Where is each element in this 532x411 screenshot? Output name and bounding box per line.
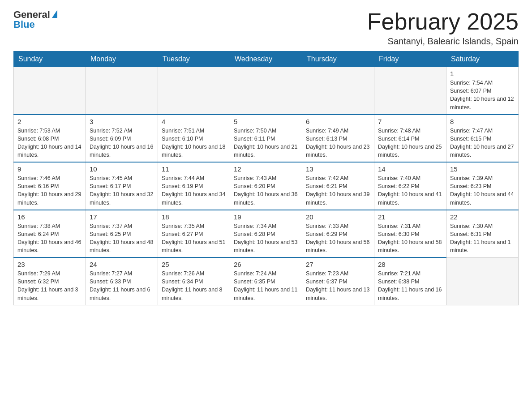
calendar-cell [374, 67, 446, 115]
day-info: Sunrise: 7:53 AMSunset: 6:08 PMDaylight:… [17, 127, 82, 159]
calendar-cell: 6Sunrise: 7:49 AMSunset: 6:13 PMDaylight… [302, 115, 374, 163]
day-number: 24 [90, 261, 154, 268]
day-info: Sunrise: 7:47 AMSunset: 6:15 PMDaylight:… [450, 127, 515, 159]
calendar-cell: 15Sunrise: 7:39 AMSunset: 6:23 PMDayligh… [446, 162, 519, 210]
day-number: 10 [90, 165, 154, 173]
day-info: Sunrise: 7:46 AMSunset: 6:16 PMDaylight:… [17, 174, 82, 207]
location-subtitle: Santanyi, Balearic Islands, Spain [367, 36, 519, 47]
day-info: Sunrise: 7:30 AMSunset: 6:31 PMDaylight:… [450, 222, 515, 255]
day-info: Sunrise: 7:26 AMSunset: 6:34 PMDaylight:… [162, 270, 226, 302]
day-number: 7 [378, 118, 442, 125]
calendar-cell [14, 67, 86, 115]
day-number: 22 [450, 213, 515, 221]
day-info: Sunrise: 7:29 AMSunset: 6:32 PMDaylight:… [17, 270, 82, 302]
calendar-cell: 20Sunrise: 7:33 AMSunset: 6:29 PMDayligh… [302, 210, 374, 258]
calendar-cell: 14Sunrise: 7:40 AMSunset: 6:22 PMDayligh… [374, 162, 446, 210]
day-number: 9 [17, 165, 82, 173]
calendar-cell: 2Sunrise: 7:53 AMSunset: 6:08 PMDaylight… [14, 115, 86, 163]
calendar-cell: 11Sunrise: 7:44 AMSunset: 6:19 PMDayligh… [158, 162, 230, 210]
calendar-cell [158, 67, 230, 115]
day-info: Sunrise: 7:31 AMSunset: 6:30 PMDaylight:… [378, 222, 442, 255]
calendar-cell: 28Sunrise: 7:21 AMSunset: 6:38 PMDayligh… [374, 257, 446, 305]
calendar-header-thursday: Thursday [302, 51, 374, 67]
day-info: Sunrise: 7:44 AMSunset: 6:19 PMDaylight:… [162, 174, 226, 207]
calendar-header-row: SundayMondayTuesdayWednesdayThursdayFrid… [14, 51, 519, 67]
logo-text-blue: Blue [13, 19, 35, 30]
day-number: 15 [450, 165, 515, 173]
calendar-cell: 25Sunrise: 7:26 AMSunset: 6:34 PMDayligh… [158, 257, 230, 305]
day-number: 5 [234, 118, 298, 125]
calendar-cell: 10Sunrise: 7:45 AMSunset: 6:17 PMDayligh… [86, 162, 158, 210]
calendar-cell: 12Sunrise: 7:43 AMSunset: 6:20 PMDayligh… [230, 162, 302, 210]
day-info: Sunrise: 7:39 AMSunset: 6:23 PMDaylight:… [450, 174, 515, 207]
calendar-header-saturday: Saturday [446, 51, 519, 67]
day-number: 3 [90, 118, 154, 125]
day-number: 28 [378, 261, 442, 268]
calendar-week-row: 1Sunrise: 7:54 AMSunset: 6:07 PMDaylight… [14, 67, 519, 115]
calendar-cell [446, 257, 519, 305]
logo-arrow-icon [52, 10, 57, 18]
calendar-cell: 4Sunrise: 7:51 AMSunset: 6:10 PMDaylight… [158, 115, 230, 163]
calendar-cell: 21Sunrise: 7:31 AMSunset: 6:30 PMDayligh… [374, 210, 446, 258]
day-info: Sunrise: 7:43 AMSunset: 6:20 PMDaylight:… [234, 174, 298, 207]
day-info: Sunrise: 7:24 AMSunset: 6:35 PMDaylight:… [234, 270, 298, 302]
day-info: Sunrise: 7:40 AMSunset: 6:22 PMDaylight:… [378, 174, 442, 207]
day-info: Sunrise: 7:48 AMSunset: 6:14 PMDaylight:… [378, 127, 442, 159]
day-info: Sunrise: 7:37 AMSunset: 6:25 PMDaylight:… [90, 222, 154, 255]
calendar-header-wednesday: Wednesday [230, 51, 302, 67]
calendar-cell [302, 67, 374, 115]
day-info: Sunrise: 7:38 AMSunset: 6:24 PMDaylight:… [17, 222, 82, 255]
title-area: February 2025 Santanyi, Balearic Islands… [367, 9, 519, 47]
day-info: Sunrise: 7:52 AMSunset: 6:09 PMDaylight:… [90, 127, 154, 159]
month-title: February 2025 [367, 9, 519, 34]
day-number: 19 [234, 213, 298, 221]
calendar-cell: 18Sunrise: 7:35 AMSunset: 6:27 PMDayligh… [158, 210, 230, 258]
day-info: Sunrise: 7:45 AMSunset: 6:17 PMDaylight:… [90, 174, 154, 207]
day-number: 27 [306, 261, 370, 268]
day-number: 25 [162, 261, 226, 268]
day-number: 12 [234, 165, 298, 173]
day-number: 20 [306, 213, 370, 221]
calendar-cell: 26Sunrise: 7:24 AMSunset: 6:35 PMDayligh… [230, 257, 302, 305]
calendar-cell [230, 67, 302, 115]
calendar-header-monday: Monday [86, 51, 158, 67]
calendar-cell: 27Sunrise: 7:23 AMSunset: 6:37 PMDayligh… [302, 257, 374, 305]
calendar-cell: 24Sunrise: 7:27 AMSunset: 6:33 PMDayligh… [86, 257, 158, 305]
day-number: 6 [306, 118, 370, 125]
day-number: 11 [162, 165, 226, 173]
day-info: Sunrise: 7:35 AMSunset: 6:27 PMDaylight:… [162, 222, 226, 255]
page-header: General Blue February 2025 Santanyi, Bal… [13, 9, 519, 47]
day-number: 18 [162, 213, 226, 221]
calendar-cell: 7Sunrise: 7:48 AMSunset: 6:14 PMDaylight… [374, 115, 446, 163]
day-info: Sunrise: 7:23 AMSunset: 6:37 PMDaylight:… [306, 270, 370, 302]
calendar-cell: 23Sunrise: 7:29 AMSunset: 6:32 PMDayligh… [14, 257, 86, 305]
calendar-cell: 19Sunrise: 7:34 AMSunset: 6:28 PMDayligh… [230, 210, 302, 258]
calendar-cell: 1Sunrise: 7:54 AMSunset: 6:07 PMDaylight… [446, 67, 519, 115]
calendar-cell: 5Sunrise: 7:50 AMSunset: 6:11 PMDaylight… [230, 115, 302, 163]
logo: General Blue [13, 9, 57, 30]
calendar-header-friday: Friday [374, 51, 446, 67]
day-number: 13 [306, 165, 370, 173]
day-number: 4 [162, 118, 226, 125]
day-info: Sunrise: 7:27 AMSunset: 6:33 PMDaylight:… [90, 270, 154, 302]
calendar-week-row: 16Sunrise: 7:38 AMSunset: 6:24 PMDayligh… [14, 210, 519, 258]
calendar-header-sunday: Sunday [14, 51, 86, 67]
day-info: Sunrise: 7:49 AMSunset: 6:13 PMDaylight:… [306, 127, 370, 159]
day-info: Sunrise: 7:42 AMSunset: 6:21 PMDaylight:… [306, 174, 370, 207]
calendar-cell: 9Sunrise: 7:46 AMSunset: 6:16 PMDaylight… [14, 162, 86, 210]
day-number: 1 [450, 70, 515, 77]
calendar-cell: 3Sunrise: 7:52 AMSunset: 6:09 PMDaylight… [86, 115, 158, 163]
day-number: 8 [450, 118, 515, 125]
day-number: 2 [17, 118, 82, 125]
day-info: Sunrise: 7:33 AMSunset: 6:29 PMDaylight:… [306, 222, 370, 255]
calendar-cell [86, 67, 158, 115]
calendar-cell: 8Sunrise: 7:47 AMSunset: 6:15 PMDaylight… [446, 115, 519, 163]
calendar-header-tuesday: Tuesday [158, 51, 230, 67]
calendar-cell: 13Sunrise: 7:42 AMSunset: 6:21 PMDayligh… [302, 162, 374, 210]
day-number: 14 [378, 165, 442, 173]
calendar-week-row: 9Sunrise: 7:46 AMSunset: 6:16 PMDaylight… [14, 162, 519, 210]
calendar-week-row: 23Sunrise: 7:29 AMSunset: 6:32 PMDayligh… [14, 257, 519, 305]
day-number: 17 [90, 213, 154, 221]
day-info: Sunrise: 7:51 AMSunset: 6:10 PMDaylight:… [162, 127, 226, 159]
calendar-table: SundayMondayTuesdayWednesdayThursdayFrid… [13, 51, 519, 305]
